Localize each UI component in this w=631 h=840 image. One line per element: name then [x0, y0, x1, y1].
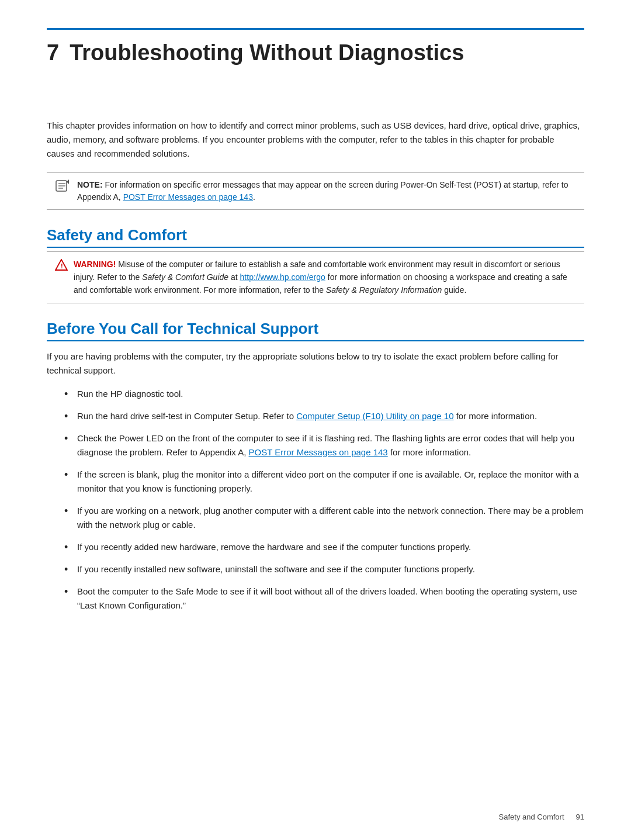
tech-support-intro: If you are having problems with the comp… [47, 350, 584, 378]
bullet-text-2-before: Run the hard drive self-test in Computer… [77, 411, 296, 421]
warning-box: ! WARNING!Misuse of the computer or fail… [47, 251, 584, 303]
list-item: If you recently added new hardware, remo… [64, 540, 584, 554]
list-item: If the screen is blank, plug the monitor… [64, 468, 584, 496]
warning-link1[interactable]: http://www.hp.com/ergo [240, 272, 325, 282]
safety-section-title: Safety and Comfort [47, 226, 584, 248]
chapter-header: 7Troubleshooting Without Diagnostics [47, 28, 584, 66]
chapter-title: 7Troubleshooting Without Diagnostics [47, 40, 584, 66]
warning-text-middle: at [228, 272, 240, 282]
page: 7Troubleshooting Without Diagnostics Thi… [0, 0, 631, 840]
note-link[interactable]: POST Error Messages on page 143 [123, 192, 253, 202]
note-label: NOTE: [77, 180, 103, 189]
list-item: Run the HP diagnostic tool. [64, 387, 584, 401]
bullet-link-3[interactable]: POST Error Messages on page 143 [249, 447, 388, 457]
bullet-link-2[interactable]: Computer Setup (F10) Utility on page 10 [296, 411, 453, 421]
list-item: If you are working on a network, plug an… [64, 504, 584, 532]
bullet-text-7: If you recently installed new software, … [77, 564, 475, 574]
page-footer: Safety and Comfort 91 [499, 813, 584, 821]
bullet-text-5: If you are working on a network, plug an… [77, 506, 584, 530]
bullet-text-6: If you recently added new hardware, remo… [77, 542, 471, 552]
warning-italic2: Safety & Regulatory Information [326, 285, 442, 295]
warning-text-end: guide. [442, 285, 466, 295]
warning-italic1: Safety & Comfort Guide [142, 272, 228, 282]
bullet-text-2-after: for more information. [454, 411, 538, 421]
footer-page-number: 91 [576, 813, 584, 821]
tech-support-section-title: Before You Call for Technical Support [47, 320, 584, 341]
list-item: Run the hard drive self-test in Computer… [64, 409, 584, 423]
footer-content: Safety and Comfort 91 [499, 813, 584, 821]
list-item: If you recently installed new software, … [64, 562, 584, 576]
intro-paragraph: This chapter provides information on how… [47, 119, 584, 161]
note-icon [55, 179, 71, 193]
warning-text: WARNING!Misuse of the computer or failur… [74, 258, 576, 297]
list-item: Check the Power LED on the front of the … [64, 431, 584, 459]
bullet-text-3-after: for more information. [388, 447, 471, 457]
bullet-text-8: Boot the computer to the Safe Mode to se… [77, 586, 577, 610]
note-box: NOTE:For information on specific error m… [47, 172, 584, 210]
bullet-text-1: Run the HP diagnostic tool. [77, 389, 183, 399]
warning-label: WARNING! [74, 260, 116, 269]
list-item: Boot the computer to the Safe Mode to se… [64, 585, 584, 613]
svg-text:!: ! [61, 262, 63, 269]
bullet-text-4: If the screen is blank, plug the monitor… [77, 469, 579, 493]
footer-section-label: Safety and Comfort [499, 813, 564, 821]
chapter-number: 7 [47, 40, 59, 65]
chapter-title-text: Troubleshooting Without Diagnostics [70, 40, 464, 65]
note-text: NOTE:For information on specific error m… [77, 179, 576, 203]
bullet-list: Run the HP diagnostic tool. Run the hard… [47, 387, 584, 613]
warning-icon: ! [55, 259, 68, 274]
